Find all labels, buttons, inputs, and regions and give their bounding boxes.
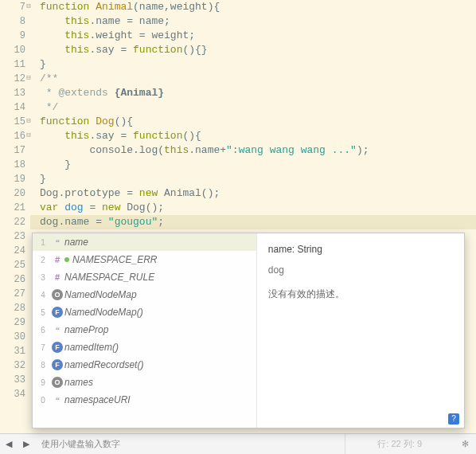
nav-forward-button[interactable]: ▶ <box>18 436 35 453</box>
item-label: namedItem() <box>64 342 253 353</box>
autocomplete-item[interactable]: 9Onames <box>33 374 256 391</box>
item-label: NamedNodeMap() <box>64 307 253 318</box>
item-index: 1 <box>36 238 50 247</box>
item-label: namespaceURI <box>64 394 253 405</box>
line-number: 21 <box>0 201 25 215</box>
function-icon: F <box>50 307 64 318</box>
function-icon: F <box>50 342 64 353</box>
object-icon: O <box>50 289 64 300</box>
code-line[interactable]: /** <box>40 72 476 86</box>
line-number: 9 <box>0 29 25 43</box>
item-index: 0 <box>36 396 50 405</box>
property-icon: “ <box>50 395 64 405</box>
item-label: name <box>64 237 253 248</box>
code-line[interactable]: } <box>40 57 476 72</box>
line-number: 17 <box>0 143 25 158</box>
code-line[interactable]: */ <box>40 100 476 115</box>
line-number: 10 <box>0 43 25 57</box>
line-number: 28 <box>0 301 25 315</box>
autocomplete-list[interactable]: 1“name2#NAMESPACE_ERR3#NAMESPACE_RULE4ON… <box>33 233 257 428</box>
code-line[interactable]: this.say = function(){} <box>40 43 476 57</box>
autocomplete-item[interactable]: 0“namespaceURI <box>33 391 256 409</box>
line-number: 8 <box>0 14 25 29</box>
line-number: 23 <box>0 229 25 244</box>
autocomplete-item[interactable]: 4ONamedNodeMap <box>33 286 256 303</box>
line-number: 12⊟ <box>0 72 25 86</box>
item-index: 5 <box>36 308 50 317</box>
detail-signature: name: String <box>268 241 453 257</box>
line-number: 33 <box>0 373 25 387</box>
line-gutter: 7⊟89101112⊟131415⊟16⊟1718192021222324252… <box>0 0 30 430</box>
item-label: names <box>64 377 253 388</box>
item-index: 9 <box>36 378 50 387</box>
item-label: namedRecordset() <box>64 359 253 370</box>
line-number: 29 <box>0 315 25 330</box>
autocomplete-item[interactable]: 2#NAMESPACE_ERR <box>33 251 256 268</box>
item-index: 6 <box>36 326 50 335</box>
line-number: 16⊟ <box>0 129 25 143</box>
line-number: 7⊟ <box>0 0 25 14</box>
item-index: 8 <box>36 361 50 370</box>
line-number: 34 <box>0 387 25 401</box>
autocomplete-item[interactable]: 8FnamedRecordset() <box>33 356 256 374</box>
object-icon: O <box>50 377 64 388</box>
hash-icon: # <box>50 255 64 264</box>
code-line[interactable]: this.name = name; <box>40 14 476 29</box>
item-label: NAMESPACE_ERR <box>72 254 253 265</box>
line-number: 30 <box>0 330 25 344</box>
item-index: 4 <box>36 291 50 299</box>
code-line[interactable]: this.say = function(){ <box>40 129 476 143</box>
line-number: 18 <box>0 158 25 172</box>
code-line[interactable]: dog.name = "gougou"; <box>30 215 476 229</box>
line-number: 20 <box>0 186 25 201</box>
item-label: nameProp <box>64 324 253 335</box>
property-icon: “ <box>50 325 64 335</box>
gear-icon[interactable]: ✻ <box>454 439 476 449</box>
item-index: 3 <box>36 273 50 282</box>
code-line[interactable]: var dog = new Dog(); <box>40 201 476 215</box>
detail-scope: dog <box>268 262 453 278</box>
status-bar: ◀ ▶ 使用小键盘输入数字 行: 22 列: 9 ✻ <box>0 433 476 454</box>
line-number: 27 <box>0 287 25 301</box>
line-number: 14 <box>0 100 25 115</box>
autocomplete-item[interactable]: 6“nameProp <box>33 321 256 339</box>
autocomplete-item[interactable]: 5FNamedNodeMap() <box>33 303 256 321</box>
code-line[interactable]: } <box>40 172 476 186</box>
line-number: 11 <box>0 57 25 72</box>
code-line[interactable]: this.weight = weight; <box>40 29 476 43</box>
code-line[interactable]: Dog.prototype = new Animal(); <box>40 186 476 201</box>
status-hint: 使用小键盘输入数字 <box>41 438 345 450</box>
nav-back-button[interactable]: ◀ <box>0 436 18 453</box>
code-line[interactable]: } <box>40 158 476 172</box>
line-number: 22 <box>0 215 25 229</box>
item-index: 2 <box>36 256 50 264</box>
line-number: 25 <box>0 258 25 272</box>
function-icon: F <box>50 359 64 370</box>
item-index: 7 <box>36 343 50 352</box>
hash-icon: # <box>50 272 64 282</box>
line-number: 19 <box>0 172 25 186</box>
line-number: 32 <box>0 358 25 373</box>
line-number: 15⊟ <box>0 115 25 129</box>
cursor-position: 行: 22 列: 9 <box>345 434 454 454</box>
detail-description: 没有有效的描述。 <box>268 286 453 302</box>
line-number: 13 <box>0 86 25 100</box>
item-label: NAMESPACE_RULE <box>64 272 253 283</box>
code-line[interactable]: * @extends {Animal} <box>40 86 476 100</box>
code-line[interactable]: function Dog(){ <box>40 115 476 129</box>
line-number: 26 <box>0 272 25 287</box>
line-number: 31 <box>0 344 25 358</box>
marker-dot-icon <box>64 257 69 262</box>
item-label: NamedNodeMap <box>64 289 253 300</box>
property-icon: “ <box>50 237 64 247</box>
autocomplete-item[interactable]: 1“name <box>33 233 256 251</box>
help-icon[interactable]: ? <box>448 413 459 425</box>
autocomplete-item[interactable]: 3#NAMESPACE_RULE <box>33 268 256 286</box>
autocomplete-popup[interactable]: 1“name2#NAMESPACE_ERR3#NAMESPACE_RULE4ON… <box>32 233 465 429</box>
code-line[interactable]: function Animal(name,weight){ <box>40 0 476 14</box>
code-line[interactable]: console.log(this.name+":wang wang wang .… <box>40 143 476 158</box>
autocomplete-item[interactable]: 7FnamedItem() <box>33 339 256 356</box>
line-number: 24 <box>0 244 25 258</box>
autocomplete-detail: name: String dog 没有有效的描述。 ? <box>257 233 464 428</box>
